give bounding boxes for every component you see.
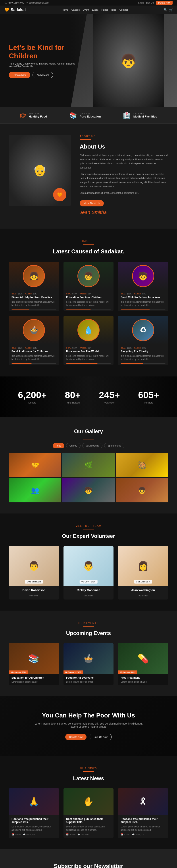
cta-desc: Lorem ipsum dolor sit amet, consectetur …	[33, 722, 144, 728]
nav-home[interactable]: Home	[62, 8, 68, 11]
nav-links: Home Causes Event Event Pages Blog Conta…	[62, 8, 128, 11]
news-comments-1: 💬 199 5,001	[23, 833, 35, 836]
search-icon[interactable]: 🔍	[164, 8, 167, 11]
progress-wrap-3	[120, 309, 166, 310]
nav-contact[interactable]: Contact	[119, 8, 128, 11]
hero-know-more-button[interactable]: Know More	[33, 72, 53, 78]
cta-title: You Can Help The Poor With Us	[9, 712, 168, 719]
about-more-button[interactable]: More About Us	[80, 200, 104, 207]
causes-subtitle: Causes	[9, 240, 168, 242]
cause-card-3: 🧒 GOAL: $10K RAISED: $3K Send Child to S…	[118, 261, 168, 311]
cause-desc-5: It is a long established fact that a rea…	[64, 354, 114, 363]
gallery-tab-volunteering[interactable]: Volunteering	[82, 443, 102, 448]
nav-blog[interactable]: Blog	[111, 8, 116, 11]
email-info: ✉ sadakat@gmail.com	[27, 2, 49, 4]
gallery-grid: 🤝 🌿 🥘 👥 🧒 👦	[9, 453, 168, 502]
top-bar-left: 📞 +880-12345-000 ✉ sadakat@gmail.com	[4, 2, 49, 4]
hero-donate-button[interactable]: Donate Now	[9, 72, 30, 78]
news-comments-3: 💬 199 5,001	[132, 833, 144, 836]
nav-event2[interactable]: Event	[92, 8, 98, 11]
event-date-3: 10 January, 2022	[118, 671, 137, 674]
gallery-item-4: 👥	[9, 478, 61, 502]
cause-meta-5: GOAL: $10K RAISED: $3K	[64, 345, 114, 350]
gallery-item-6: 👦	[116, 478, 168, 502]
about-p3: Lorem ipsum dolor sit amet, consectetur …	[80, 191, 168, 195]
news-meta-1: 📅 20 Feb 💬 199 5,001	[11, 833, 57, 836]
nav-event[interactable]: Event	[83, 8, 89, 11]
divider	[83, 529, 94, 529]
volunteer-photo-3: 👩 VOLUNTEER	[118, 546, 168, 586]
news-content-1: Root and tree published their supplier l…	[9, 815, 59, 838]
news-content-2: Root and tree published their supplier l…	[64, 815, 114, 838]
progress-wrap-5	[66, 363, 111, 364]
top-donate-button[interactable]: Donate Now	[156, 1, 173, 5]
hero-highlight: Children	[9, 52, 38, 60]
about-subtitle: About Us	[80, 135, 168, 137]
hero-section: 👦 Let's be Kind for Children High Qualit…	[0, 14, 177, 107]
causes-title: Latest Caused of Sadakat.	[9, 248, 168, 255]
cta-join-button[interactable]: Join Us Now	[90, 734, 112, 740]
cause-img-1: 👧	[9, 261, 59, 290]
progress-wrap-4	[11, 363, 57, 364]
food-icon: 🍽	[20, 112, 26, 119]
hero-child-image: 👦	[93, 14, 164, 107]
about-content: About Us About Us Children to sadakat. L…	[80, 135, 168, 217]
gallery-section: Our Gallery Food Charity Volunteering Sp…	[0, 417, 177, 514]
stat-fund: 80+ Fund Raised	[65, 390, 80, 404]
cause-circle-1: 👧	[23, 265, 45, 287]
feature-med-label: 100 Free	[133, 113, 157, 115]
cta-buttons: Donate Now Join Us Now	[9, 734, 168, 740]
gallery-tab-charity[interactable]: Charity	[66, 443, 80, 448]
event-date-2: 08 January, 2022	[64, 671, 83, 674]
divider	[83, 626, 94, 626]
gallery-tab-food[interactable]: Food	[52, 443, 64, 448]
cause-card-2: 👦 GOAL: $10K RAISED: $3K Education For P…	[64, 261, 114, 311]
newsletter-section: Subscribe our Newsletter Get our latest …	[0, 849, 177, 868]
signup-link[interactable]: Sign Up	[146, 2, 154, 4]
feature-education: 📚 100 Free Pure Education	[69, 112, 101, 119]
event-card-3: 💊 10 January, 2022 Free Treatment Lorem …	[118, 643, 168, 685]
progress-bar-5	[66, 363, 98, 364]
event-img-2: 🍲 08 January, 2022	[64, 643, 114, 674]
cart-icon[interactable]: 🛒	[169, 8, 173, 11]
news-title: Latest News	[9, 775, 168, 781]
feature-food-label: 100 Free	[29, 113, 47, 115]
news-date-3: 📅 20 Feb	[120, 833, 130, 836]
news-desc-1: Lorem ipsum dolor sit amet, consectetur …	[11, 825, 57, 832]
gallery-tab-sponsorship[interactable]: Sponsorship	[104, 443, 125, 448]
nav-causes[interactable]: Causes	[71, 8, 80, 11]
news-meta-2: 📅 20 Feb 💬 199 5,001	[66, 833, 111, 836]
news-img-2: ✋	[64, 788, 114, 815]
hero-buttons: Donate Now Know More	[9, 72, 75, 78]
cause-card-1: 👧 GOAL: $10K RAISED: $3K Financial Help …	[9, 261, 59, 311]
event-desc-3: Lorem ipsum dolor sit amet	[118, 681, 168, 685]
hero-subtitle: High Quality Charity Works in Dhaka Mate…	[9, 62, 75, 68]
about-p2: Ullamcorper dignissim cras tincidunt lor…	[80, 172, 168, 189]
cause-title-5: Pure Water For The World	[64, 350, 114, 353]
volunteer-role-2: Volunteer	[64, 594, 114, 599]
volunteer-card-3: 👩 VOLUNTEER Jean Washington Volunteer	[118, 546, 168, 599]
progress-bar-4	[11, 363, 32, 364]
volunteer-card-2: 👨 VOLUNTEER Rickey Goodman Volunteer	[64, 546, 114, 599]
stat-volunteer-label: Volunteer	[99, 401, 120, 404]
progress-bar-3	[120, 309, 150, 310]
progress-bar-2	[66, 309, 91, 310]
event-title-3: Free Treatment	[118, 674, 168, 681]
cause-meta-3: GOAL: $10K RAISED: $3K	[118, 290, 168, 296]
cause-circle-5: 💧	[77, 319, 100, 341]
event-img-1: 📚 06 January, 2022	[9, 643, 59, 674]
cause-title-4: Food And Home for Children	[9, 350, 59, 353]
cta-donate-button[interactable]: Donate Now	[65, 734, 87, 740]
stat-volunteer: 245+ Volunteer	[99, 390, 120, 404]
volunteer-photo-1: 👨 VOLUNTEER	[9, 546, 59, 586]
nav-pages[interactable]: Pages	[101, 8, 108, 11]
volunteer-card-1: 👨 VOLUNTEER Devin Robertson Volunteer	[9, 546, 59, 599]
cause-card-4: 🍲 GOAL: $10K RAISED: $3K Food And Home f…	[9, 316, 59, 365]
progress-bar-1	[11, 309, 29, 310]
feature-edu-label: 100 Free	[80, 113, 101, 115]
stat-fund-number: 80+	[65, 390, 80, 400]
news-grid: 🙏 Root and tree published their supplier…	[9, 788, 168, 838]
login-link[interactable]: Login	[138, 2, 144, 4]
stat-donors-label: Donors	[18, 401, 47, 404]
cause-desc-3: It is a long established fact that a rea…	[118, 300, 168, 309]
